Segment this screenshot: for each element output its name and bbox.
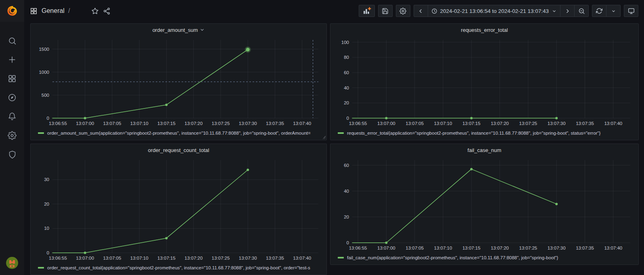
gear-icon [8, 131, 17, 140]
monitor-icon [628, 8, 635, 15]
plus-icon [8, 55, 17, 64]
svg-text:0: 0 [347, 240, 349, 245]
save-icon [382, 8, 389, 15]
compass-icon [8, 93, 17, 102]
dashboard-settings-button[interactable] [396, 5, 410, 17]
svg-text:13:07:10: 13:07:10 [130, 256, 148, 260]
time-range-picker-button[interactable]: 2024-02-21 13:06:54 to 2024-02-21 13:07:… [428, 5, 560, 17]
svg-text:13:07:20: 13:07:20 [184, 121, 203, 126]
svg-text:13:07:00: 13:07:00 [377, 246, 395, 250]
add-panel-icon [362, 6, 371, 15]
svg-text:0: 0 [347, 116, 349, 121]
panel-title: order_request_count_total [148, 147, 209, 153]
panel-header: fail_case_num [330, 144, 638, 156]
legend-color-swatch [338, 132, 344, 134]
svg-text:13:07:30: 13:07:30 [548, 246, 566, 250]
chart-fail-case-num[interactable]: 020406013:06:5513:07:0013:07:0513:07:101… [333, 156, 636, 253]
share-dashboard-button[interactable] [103, 7, 111, 15]
svg-text:13:07:00: 13:07:00 [76, 121, 94, 126]
chart-requests-error-total[interactable]: 02040608010013:06:5513:07:0013:07:0513:0… [333, 36, 636, 129]
svg-text:13:07:00: 13:07:00 [377, 121, 395, 126]
time-range-forward-button[interactable] [560, 5, 575, 17]
svg-text:0: 0 [47, 250, 49, 255]
svg-text:10: 10 [44, 226, 49, 231]
legend-item[interactable]: requests_error_total{application="spring… [330, 129, 638, 140]
svg-text:13:07:35: 13:07:35 [266, 121, 284, 126]
user-avatar[interactable] [6, 256, 19, 269]
sidebar-item-alerting[interactable] [4, 111, 21, 122]
panel-resize-corner[interactable] [322, 136, 326, 139]
share-icon [103, 7, 111, 15]
time-range-label: 2024-02-21 13:06:54 to 2024-02-21 13:07:… [440, 8, 549, 14]
dashboard-header: General / hello [24, 0, 644, 22]
sidebar-item-search[interactable] [4, 35, 21, 46]
panel-title-menu[interactable]: requests_error_total [461, 27, 508, 33]
svg-text:1000: 1000 [39, 70, 49, 75]
svg-text:13:07:35: 13:07:35 [576, 121, 594, 126]
svg-text:13:07:40: 13:07:40 [604, 121, 622, 126]
star-dashboard-button[interactable] [91, 7, 99, 15]
sidebar-item-server-admin[interactable] [4, 149, 21, 160]
legend-label: order_amount_sum_sum{application="spring… [47, 131, 311, 135]
dashboard-grid-icon [30, 7, 38, 15]
panel-title: requests_error_total [461, 27, 508, 33]
clock-icon [431, 8, 437, 14]
sidebar-item-explore[interactable] [4, 92, 21, 103]
svg-text:13:07:40: 13:07:40 [604, 246, 622, 250]
caret-down-icon [611, 8, 616, 14]
refresh-interval-dropdown-button[interactable] [606, 5, 621, 17]
breadcrumb-separator: / [68, 7, 70, 15]
panel-title: fail_case_num [468, 147, 502, 153]
svg-text:20: 20 [44, 202, 49, 206]
refresh-button[interactable] [592, 5, 606, 17]
refresh-group [592, 5, 621, 17]
panel-title: order_amount_sum [153, 27, 198, 33]
svg-text:20: 20 [344, 100, 349, 105]
chart-order-request-count-total[interactable]: 010203013:06:5513:07:0013:07:0513:07:101… [33, 156, 324, 263]
svg-text:100: 100 [341, 40, 349, 45]
svg-text:13:07:10: 13:07:10 [130, 121, 148, 126]
svg-text:13:07:40: 13:07:40 [293, 121, 311, 126]
legend-label: order_request_count_total{application="s… [47, 265, 310, 270]
panel-fail-case-num: fail_case_num 020406013:06:5513:07:0013:… [330, 144, 639, 265]
time-range-group: 2024-02-21 13:06:54 to 2024-02-21 13:07:… [414, 5, 589, 17]
svg-text:13:07:00: 13:07:00 [76, 256, 94, 260]
breadcrumb-folder[interactable]: General [42, 7, 65, 15]
legend-item[interactable]: order_request_count_total{application="s… [31, 263, 326, 275]
panel-header: requests_error_total [330, 24, 638, 36]
panel-title-menu[interactable]: fail_case_num [468, 147, 502, 153]
legend-color-swatch [38, 267, 44, 269]
time-range-back-button[interactable] [414, 5, 428, 17]
svg-text:13:07:15: 13:07:15 [462, 121, 481, 126]
legend-item[interactable]: fail_case_num{application="springboot2-p… [330, 253, 638, 265]
cycle-view-mode-button[interactable] [624, 5, 638, 17]
sidebar-item-configuration[interactable] [4, 130, 21, 141]
avatar-image [6, 256, 19, 269]
legend-color-swatch [38, 132, 44, 134]
svg-text:13:07:05: 13:07:05 [103, 121, 121, 126]
panel-requests-error-total: requests_error_total 02040608010013:06:5… [330, 23, 639, 140]
add-panel-button[interactable] [359, 5, 375, 17]
grafana-flame-icon [6, 5, 18, 17]
svg-text:13:07:05: 13:07:05 [103, 256, 121, 260]
chart-order-amount-sum[interactable]: 05001000150013:06:5513:07:0013:07:0513:0… [33, 36, 324, 129]
svg-text:13:07:05: 13:07:05 [406, 246, 424, 250]
sidebar-item-dashboards[interactable] [4, 73, 21, 84]
panel-title-menu[interactable]: order_amount_sum [153, 27, 205, 33]
sidebar-item-create[interactable] [4, 54, 21, 65]
legend-item[interactable]: order_amount_sum_sum{application="spring… [31, 129, 326, 140]
svg-text:13:07:25: 13:07:25 [212, 256, 230, 260]
svg-text:13:07:10: 13:07:10 [434, 246, 452, 250]
zoom-out-time-button[interactable] [574, 5, 589, 17]
grafana-logo[interactable] [0, 0, 24, 22]
svg-text:13:07:15: 13:07:15 [462, 246, 481, 250]
main-area: General / hello [24, 0, 644, 275]
sidebar [0, 0, 24, 275]
svg-text:30: 30 [44, 177, 49, 182]
panel-order-amount-sum: order_amount_sum 05001000150013:06:5513:… [30, 23, 327, 140]
svg-text:13:07:35: 13:07:35 [266, 256, 284, 260]
legend-label: fail_case_num{application="springboot2-p… [347, 255, 558, 260]
panel-title-menu[interactable]: order_request_count_total [148, 147, 209, 153]
save-dashboard-button[interactable] [378, 5, 393, 17]
svg-text:13:07:15: 13:07:15 [157, 256, 176, 260]
